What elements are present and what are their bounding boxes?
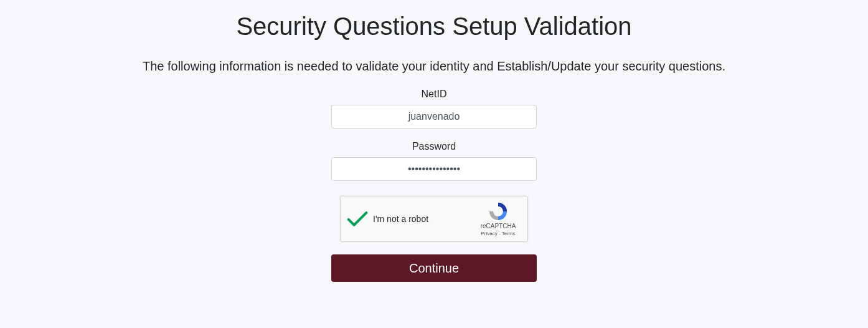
- netid-input[interactable]: [331, 105, 537, 128]
- recaptcha-branding: reCAPTCHA Privacy - Terms: [476, 201, 520, 236]
- instruction-text: The following information is needed to v…: [143, 59, 725, 74]
- netid-field-group: NetID: [331, 89, 537, 128]
- recaptcha-checkmark-icon: [347, 208, 368, 229]
- recaptcha-label: I'm not a robot: [373, 214, 476, 224]
- continue-button[interactable]: Continue: [331, 254, 537, 282]
- recaptcha-brand-text: reCAPTCHA: [481, 223, 516, 229]
- password-field-group: Password: [331, 141, 537, 181]
- recaptcha-privacy-link[interactable]: Privacy: [481, 231, 498, 236]
- recaptcha-widget[interactable]: I'm not a robot reCAPTCHA Privacy - Term…: [340, 196, 528, 242]
- recaptcha-link-separator: -: [498, 231, 502, 236]
- netid-label: NetID: [422, 89, 447, 100]
- page-title: Security Questions Setup Validation: [236, 12, 631, 41]
- recaptcha-terms-link[interactable]: Terms: [502, 231, 516, 236]
- main-container: Security Questions Setup Validation The …: [0, 0, 868, 282]
- recaptcha-logo-icon: [488, 201, 508, 221]
- password-input[interactable]: [331, 157, 537, 181]
- recaptcha-links: Privacy - Terms: [481, 231, 516, 236]
- password-label: Password: [412, 141, 456, 152]
